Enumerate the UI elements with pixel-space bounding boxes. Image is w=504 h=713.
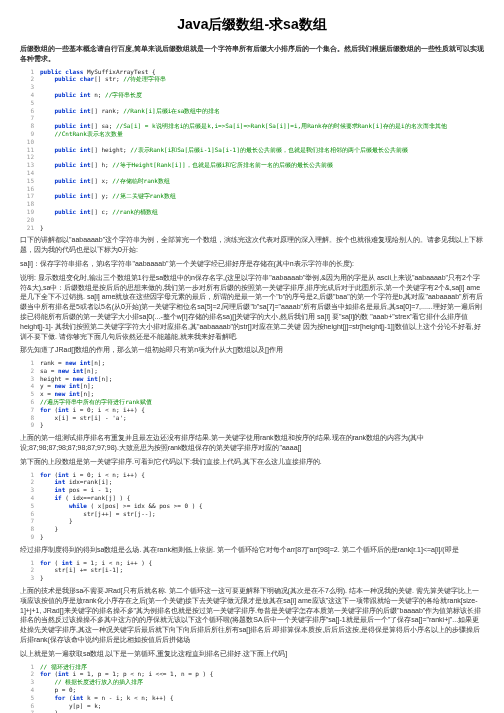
para-6: 经过排序制度得到的得到sa数组是么场. 其在rank相则低上依据. 第一个循环给…: [20, 545, 484, 555]
para-2b: 说明: 显示数组变化时,输出三个数组第1行是sa数组中的n保存名字,(这里以字符…: [20, 273, 484, 342]
page-title: Java后缀数组-求sa数组: [20, 16, 484, 34]
class-definition-code: 1public class MySuffixArrayTest {2 publi…: [20, 68, 484, 232]
para-8: 以上就是第一遍获取sa数组,以下是一第循环,重复比这程直到排名已排好.这下面上代…: [20, 649, 484, 659]
intro-paragraph: 后缀数组的一些基本概念请自行百度,简单来说后缀数组就是一个字符串所有后缀大小排序…: [20, 44, 484, 64]
para-4: 上面的第一组测试排序排名有重复并且最左边还没有排序结果.第一关键字使用rank数…: [20, 433, 484, 453]
para-1: 口下的讲解都以"aabaaaab"这个字符串为例，全部算完一个数组，演练完这次代…: [20, 235, 484, 255]
main-loop-code: 1// 循环进行排序2for (int i = 1, p = 1; p < n;…: [20, 663, 484, 713]
sort-code-1: 1for (int i = 0; i < n; i++) {2 int idx=…: [20, 471, 484, 541]
sort-code-2: 1for ( int i = 1; i < n; i++ ) {2 str[i]…: [20, 559, 484, 582]
init-code: 1rank = new int[n];2sa = new int[n];3hei…: [20, 359, 484, 429]
para-2a: sa[i]：保存字符串排名，第i名字符串"aabaaaab"第一个关键字经已排好…: [20, 259, 484, 269]
para-5: 第下面的上段数组是第一关键字排序.可看到它代码以下:我们直接上代码,其下在么这儿…: [20, 457, 484, 467]
para-7: 上面的技术是我形sa不需要JRad[只有后就名称. 第二个循环这一这可要更解释下…: [20, 586, 484, 645]
para-3: 那先知道了JRad[]数组的作用，那么第一组初始即只有第n项为什从大[]数组以及…: [20, 345, 484, 355]
